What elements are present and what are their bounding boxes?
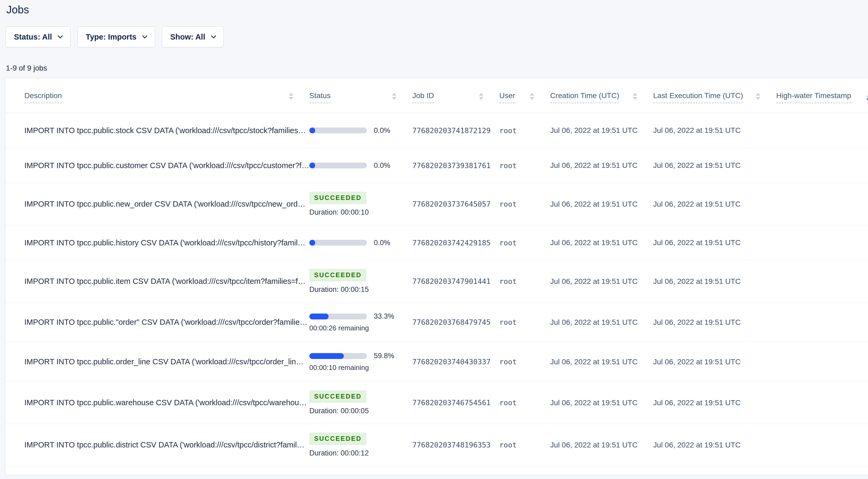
- progress-bar: [309, 353, 367, 359]
- time-remaining: 00:00:26 remaining: [309, 324, 369, 332]
- table-row: IMPORT INTO tpcc.public.history CSV DATA…: [6, 225, 868, 260]
- table-row: IMPORT INTO tpcc.public.order_line CSV D…: [6, 342, 868, 382]
- last-execution-time-cell: Jul 06, 2022 at 19:51 UTC: [653, 342, 776, 381]
- last-execution-time-cell: Jul 06, 2022 at 19:51 UTC: [653, 183, 776, 225]
- table-row: IMPORT INTO tpcc.public."order" CSV DATA…: [6, 303, 868, 342]
- status-filter-label: Status: All: [14, 33, 52, 41]
- status-badge-succeeded: SUCCEEDED: [309, 192, 367, 204]
- high-water-timestamp-cell: [776, 424, 868, 466]
- last-execution-time-cell: Jul 06, 2022 at 19:51 UTC: [653, 148, 776, 183]
- job-id-cell: 776820203747901441: [412, 260, 499, 302]
- jobs-table: Description Status Job ID User Creation …: [6, 78, 868, 475]
- job-description-text: IMPORT INTO tpcc.public.item CSV DATA ('…: [24, 277, 306, 286]
- table-row: IMPORT INTO tpcc.public.customer CSV DAT…: [6, 148, 868, 183]
- user-cell: root: [499, 183, 550, 225]
- user-cell: root: [499, 148, 550, 183]
- chevron-down-icon: [142, 33, 148, 38]
- job-id-cell: 776820203737645057: [412, 183, 499, 225]
- progress-line: 59.8%: [309, 352, 394, 360]
- progress-percent: 0.0%: [374, 162, 391, 170]
- status-filter-dropdown[interactable]: Status: All: [6, 27, 70, 47]
- job-status-cell: 33.3%00:00:26 remaining: [309, 303, 412, 342]
- progress-bar-fill: [309, 240, 315, 246]
- creation-time-cell: Jul 06, 2022 at 19:51 UTC: [550, 382, 653, 424]
- job-id-cell: 776820203741872129: [412, 113, 499, 148]
- job-description-link[interactable]: IMPORT INTO tpcc.public.item CSV DATA ('…: [24, 277, 309, 286]
- progress-line: 0.0%: [309, 239, 391, 247]
- progress-bar-fill: [309, 313, 329, 319]
- table-row: IMPORT INTO tpcc.public.new_order CSV DA…: [6, 183, 868, 225]
- sort-icon: [289, 93, 293, 100]
- last-execution-time-cell: Jul 06, 2022 at 19:51 UTC: [653, 225, 776, 260]
- filters-bar: Status: All Type: Imports Show: All: [6, 27, 868, 47]
- creation-time-cell: Jul 06, 2022 at 19:51 UTC: [550, 225, 653, 260]
- column-header-status[interactable]: Status: [309, 78, 412, 113]
- status-badge-succeeded: SUCCEEDED: [309, 433, 367, 445]
- creation-time-cell: Jul 06, 2022 at 19:51 UTC: [550, 303, 653, 342]
- time-remaining: 00:00:10 remaining: [309, 364, 369, 372]
- creation-time-cell: Jul 06, 2022 at 19:51 UTC: [550, 424, 653, 466]
- job-description-text: IMPORT INTO tpcc.public.customer CSV DAT…: [24, 161, 309, 170]
- job-description-link[interactable]: IMPORT INTO tpcc.public.new_order CSV DA…: [24, 200, 309, 208]
- high-water-timestamp-cell: [776, 225, 868, 260]
- job-status-cell: 0.0%: [309, 225, 412, 260]
- chevron-down-icon: [58, 33, 63, 38]
- column-header-description[interactable]: Description: [24, 78, 309, 113]
- chevron-down-icon: [211, 33, 216, 38]
- user-cell: root: [499, 382, 550, 424]
- progress-bar-fill: [309, 353, 344, 359]
- job-description-text: IMPORT INTO tpcc.public.warehouse CSV DA…: [24, 398, 307, 407]
- progress-bar: [309, 163, 367, 168]
- progress-line: 33.3%: [309, 312, 394, 320]
- progress-line: 0.0%: [309, 162, 391, 170]
- job-status-cell: 59.8%00:00:10 remaining: [309, 342, 412, 381]
- job-description-link[interactable]: IMPORT INTO tpcc.public."order" CSV DATA…: [24, 318, 309, 327]
- user-cell: root: [499, 225, 550, 260]
- progress-percent: 0.0%: [374, 127, 391, 135]
- high-water-timestamp-cell: [776, 260, 868, 302]
- user-cell: root: [499, 424, 550, 466]
- job-status-cell: SUCCEEDEDDuration: 00:00:12: [309, 424, 412, 466]
- job-description-link[interactable]: IMPORT INTO tpcc.public.district CSV DAT…: [24, 441, 309, 449]
- sort-icon: [479, 93, 483, 100]
- sort-icon-active-desc: [866, 94, 868, 101]
- progress-percent: 33.3%: [374, 312, 394, 320]
- job-description-text: IMPORT INTO tpcc.public.history CSV DATA…: [24, 238, 305, 247]
- sort-icon: [756, 93, 760, 100]
- high-water-timestamp-cell: [776, 342, 868, 381]
- job-description-link[interactable]: IMPORT INTO tpcc.public.stock CSV DATA (…: [24, 126, 309, 135]
- job-id-cell: 776820203746754561: [412, 382, 499, 424]
- show-filter-label: Show: All: [170, 33, 205, 41]
- job-description-link[interactable]: IMPORT INTO tpcc.public.customer CSV DAT…: [24, 161, 309, 170]
- job-description-text: IMPORT INTO tpcc.public."order" CSV DATA…: [24, 318, 307, 327]
- job-description-link[interactable]: IMPORT INTO tpcc.public.order_line CSV D…: [24, 357, 309, 366]
- sort-icon: [392, 93, 396, 100]
- column-header-creation-time[interactable]: Creation Time (UTC): [550, 78, 653, 113]
- job-duration: Duration: 00:00:10: [309, 208, 369, 216]
- job-description-text: IMPORT INTO tpcc.public.district CSV DAT…: [24, 441, 305, 449]
- last-execution-time-cell: Jul 06, 2022 at 19:51 UTC: [653, 382, 776, 424]
- show-filter-dropdown[interactable]: Show: All: [162, 27, 224, 47]
- column-header-high-water-timestamp[interactable]: High-water Timestamp: [776, 78, 868, 113]
- job-status-cell: 0.0%: [309, 113, 412, 148]
- job-id-cell: 776820203742429185: [412, 225, 499, 260]
- last-execution-time-cell: Jul 06, 2022 at 19:51 UTC: [653, 260, 776, 302]
- progress-percent: 0.0%: [374, 239, 391, 247]
- page-title: Jobs: [6, 4, 868, 16]
- user-cell: root: [499, 113, 550, 148]
- last-execution-time-cell: Jul 06, 2022 at 19:51 UTC: [653, 113, 776, 148]
- column-header-job-id[interactable]: Job ID: [412, 78, 499, 113]
- column-header-last-execution-time[interactable]: Last Execution Time (UTC): [653, 78, 776, 113]
- job-status-cell: SUCCEEDEDDuration: 00:00:10: [309, 183, 412, 225]
- progress-line: 0.0%: [309, 127, 391, 135]
- job-description-link[interactable]: IMPORT INTO tpcc.public.history CSV DATA…: [24, 238, 309, 247]
- high-water-timestamp-cell: [776, 382, 868, 424]
- job-description-link[interactable]: IMPORT INTO tpcc.public.warehouse CSV DA…: [24, 398, 309, 407]
- table-row: IMPORT INTO tpcc.public.district CSV DAT…: [6, 424, 868, 466]
- job-id-cell: 776820203739381761: [412, 148, 499, 183]
- type-filter-dropdown[interactable]: Type: Imports: [77, 27, 155, 47]
- column-header-user[interactable]: User: [499, 78, 550, 113]
- creation-time-cell: Jul 06, 2022 at 19:51 UTC: [550, 148, 653, 183]
- job-status-cell: SUCCEEDEDDuration: 00:00:15: [309, 260, 412, 302]
- job-description-text: IMPORT INTO tpcc.public.stock CSV DATA (…: [24, 126, 306, 135]
